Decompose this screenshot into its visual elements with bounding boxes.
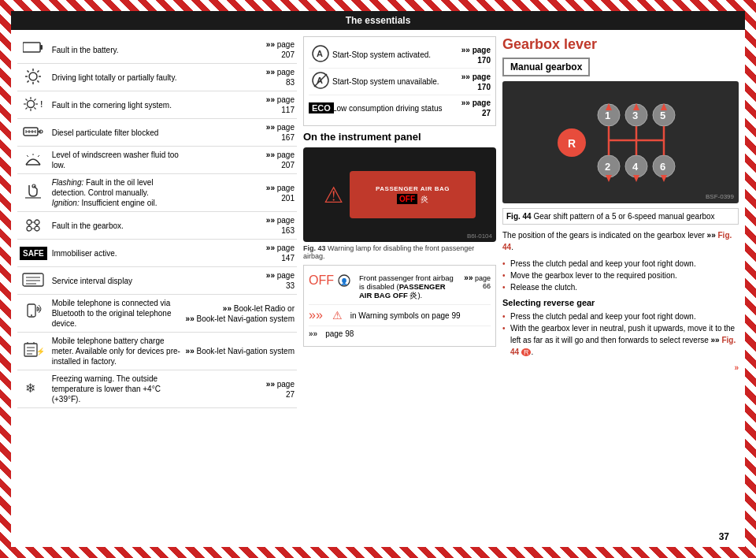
battery-meter-icon: ⚡	[23, 352, 43, 360]
fig44-ref: BSF-0399	[706, 193, 734, 200]
svg-text:!: !	[40, 100, 43, 109]
svg-rect-50	[24, 344, 37, 356]
gear-pattern-svg: R 1 3 5 2 4 6	[550, 91, 691, 194]
icon-cell	[17, 174, 50, 212]
svg-text:4: 4	[632, 161, 639, 173]
start-stop-unavailable-page: »» page170	[461, 72, 491, 92]
svg-point-35	[27, 220, 32, 225]
airbag-label: PASSENGER AIR BAG	[376, 185, 450, 192]
start-stop-unavailable-icon: A	[309, 71, 332, 92]
service-interval-desc: Service interval display	[50, 267, 183, 295]
washer-desc: Level of windscreen washer fluid too low…	[50, 147, 183, 174]
svg-line-17	[35, 107, 36, 109]
svg-text:A: A	[317, 49, 323, 58]
sym-row-unavailable: A Start-Stop system unavailable. »» page…	[309, 69, 491, 95]
icon-cell: ❄	[17, 370, 50, 408]
svg-text:6: 6	[660, 161, 665, 173]
sym-row-activated: A Start-Stop system activated. »» page17…	[309, 42, 491, 69]
page98-text: page 98	[325, 329, 354, 338]
icon-cell	[17, 36, 50, 64]
freezing-desc: Freezing warning. The outside temperatur…	[50, 370, 183, 408]
start-stop-unavailable-text: Start-Stop system unavailable.	[332, 76, 461, 87]
svg-line-18	[35, 99, 36, 100]
gear-diagram: R 1 3 5 2 4 6	[502, 81, 739, 203]
airbag-off-label: OFF	[397, 194, 417, 204]
right-column: Gearbox lever Manual gearbox R 1 3	[502, 36, 739, 541]
bullet-2: Move the gearbox lever to the required p…	[502, 270, 739, 281]
icon-cell	[17, 147, 50, 174]
table-row: Flashing: Fault in the oil level detecti…	[17, 174, 297, 212]
table-row: ! Fault in the cornering light system. »…	[17, 91, 297, 119]
page-header: The essentials	[11, 11, 745, 30]
table-row: Service interval display »» page33	[17, 267, 297, 295]
svg-rect-43	[23, 273, 43, 286]
svg-text:⚡: ⚡	[36, 347, 43, 356]
sym-row-eco: ECO Low consumption driving status »» pa…	[309, 95, 491, 121]
svg-point-2	[29, 73, 37, 80]
cornering-desc: Fault in the cornering light system.	[50, 91, 183, 119]
svg-point-37	[27, 226, 32, 231]
svg-text:1: 1	[605, 110, 610, 121]
svg-line-31	[38, 155, 39, 157]
svg-point-38	[35, 226, 39, 231]
safe-page: »» page147	[183, 240, 297, 267]
svg-point-11	[28, 100, 35, 107]
svg-text:R: R	[568, 137, 576, 150]
fig44-caption: Fig. 44 Gear shift pattern of a 5 or 6-s…	[502, 208, 739, 225]
diesel-page: »» page167	[183, 119, 297, 147]
battery-meter-desc: Mobile telephone battery charge meter. A…	[50, 333, 183, 370]
manual-gearbox-label: Manual gearbox	[502, 58, 590, 76]
instrument-section: On the instrument panel ⚠ PASSENGER AIR …	[303, 131, 496, 541]
table-row: B Mobile telephone is connected via Blue…	[17, 295, 297, 333]
eco-icon: ECO	[309, 102, 332, 113]
oil-desc: Flashing: Fault in the oil level detecti…	[50, 174, 183, 212]
table-row: Fault in the gearbox. »» page163	[17, 212, 297, 240]
gearbox-desc: Fault in the gearbox.	[50, 212, 183, 240]
freezing-page: »» page27	[183, 370, 297, 408]
svg-point-48	[31, 314, 32, 316]
page98-row: »» page 98	[309, 326, 491, 341]
gearbox-fault-icon	[23, 226, 43, 235]
bullet-3: Release the clutch.	[502, 281, 739, 293]
cornering-page: »» page117	[183, 91, 297, 119]
airbag-desc: Front passenger front airbag is disabled…	[356, 273, 459, 301]
service-interval-icon	[22, 280, 44, 288]
start-stop-activated-text: Start-Stop system activated.	[332, 50, 461, 60]
icon-cell	[17, 119, 50, 147]
svg-rect-0	[23, 43, 40, 52]
table-row: Driving light totally or partially fault…	[17, 64, 297, 91]
battery-desc: Fault in the battery.	[50, 36, 183, 64]
freezing-icon: ❄	[23, 389, 43, 398]
reverse-bullet-1: Press the clutch pedal and keep your foo…	[502, 311, 739, 322]
eco-page: »» page27	[461, 98, 491, 118]
instrument-panel-image: ⚠ PASSENGER AIR BAG OFF 炎 B6l-0104	[303, 147, 496, 242]
icon-cell	[17, 267, 50, 295]
middle-column: A Start-Stop system activated. »» page17…	[303, 36, 496, 541]
table-row: ❄ Freezing warning. The outside temperat…	[17, 370, 297, 408]
icon-cell: SAFE	[17, 240, 50, 267]
icon-cell: B	[17, 295, 50, 333]
battery-meter-page: »» Book-let Navi-gation system	[183, 333, 297, 370]
warning-triangle-small-icon: ⚠	[332, 309, 343, 322]
warning-arrow-icon: »»	[309, 308, 323, 322]
reverse-gear-heading: Selecting reverse gear	[502, 298, 739, 307]
mobile-icon: B	[23, 314, 43, 322]
oil-page: »» page201	[183, 174, 297, 212]
icon-cell	[17, 64, 50, 91]
gearbox-title: Gearbox lever	[502, 36, 739, 53]
svg-text:❄: ❄	[25, 381, 35, 395]
fig43-caption: Fig. 43 Warning lamp for disabling the f…	[303, 244, 496, 260]
svg-text:3: 3	[632, 110, 638, 121]
instrument-panel-title: On the instrument panel	[303, 131, 496, 143]
warning-triangle-icon: ⚠	[324, 182, 343, 208]
svg-line-8	[38, 80, 39, 82]
svg-rect-1	[40, 45, 43, 50]
icon-cell	[17, 212, 50, 240]
service-page: »» page33	[183, 267, 297, 295]
diesel-icon	[22, 133, 44, 142]
off-symbol: OFF	[309, 273, 334, 288]
svg-line-7	[28, 70, 29, 72]
header-title: The essentials	[346, 15, 411, 26]
start-stop-activated-icon: A	[309, 44, 332, 65]
svg-text:👤: 👤	[340, 277, 348, 285]
